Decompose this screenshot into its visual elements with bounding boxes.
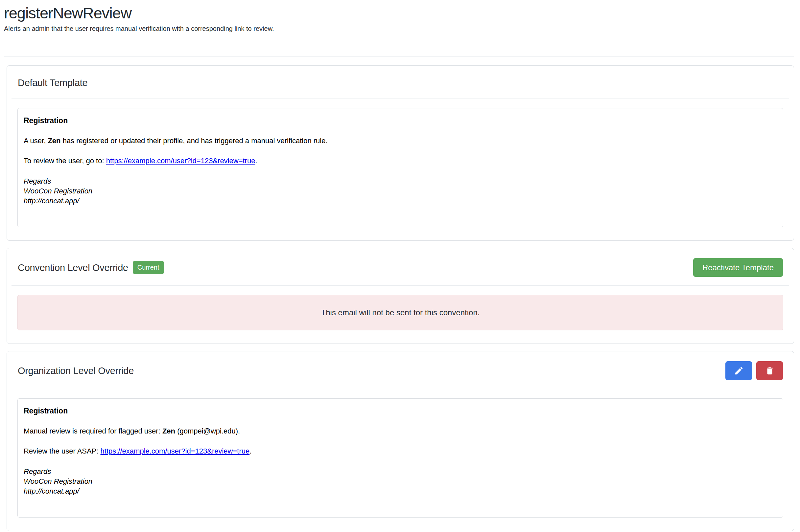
organization-override-body: Registration Manual review is required f… <box>7 389 794 531</box>
section-title-text: Convention Level Override <box>18 261 128 275</box>
default-email-preview: Registration A user, Zen has registered … <box>17 108 783 227</box>
text-segment: (gompei@wpi.edu). <box>175 427 240 435</box>
user-name: Zen <box>48 137 60 145</box>
user-name: Zen <box>162 427 175 435</box>
convention-override-body: This email will not be sent for this con… <box>7 286 794 343</box>
convention-override-header: Convention Level Override Current Reacti… <box>12 248 789 286</box>
organization-override-title: Organization Level Override <box>18 363 134 378</box>
default-template-card: Default Template Registration A user, Ze… <box>6 65 794 241</box>
text-segment: Manual review is required for flagged us… <box>24 427 162 435</box>
text-segment: Review the user ASAP: <box>24 447 101 455</box>
signature-line: Regards <box>24 467 777 476</box>
not-sent-alert: This email will not be sent for this con… <box>17 295 783 330</box>
signature-line: Regards <box>24 176 777 186</box>
page-subtitle: Alerts an admin that the user requires m… <box>4 24 794 33</box>
email-heading: Registration <box>24 116 777 125</box>
trash-icon <box>765 366 775 376</box>
text-segment: . <box>255 157 257 165</box>
organization-email-preview: Registration Manual review is required f… <box>17 398 783 517</box>
pencil-icon <box>734 366 744 376</box>
text-segment: A user, <box>24 137 48 145</box>
signature-line: http://concat.app/ <box>24 486 777 496</box>
organization-override-header: Organization Level Override <box>12 352 789 389</box>
email-signature: Regards WooCon Registration http://conca… <box>24 467 777 496</box>
convention-override-card: Convention Level Override Current Reacti… <box>6 248 794 344</box>
default-template-body: Registration A user, Zen has registered … <box>7 99 794 241</box>
email-heading: Registration <box>24 406 777 415</box>
delete-button[interactable] <box>756 361 783 380</box>
review-link[interactable]: https://example.com/user?id=123&review=t… <box>101 447 250 455</box>
review-link[interactable]: https://example.com/user?id=123&review=t… <box>106 157 255 165</box>
edit-button[interactable] <box>725 361 752 380</box>
text-segment: has registered or updated their profile,… <box>61 137 328 145</box>
signature-line: http://concat.app/ <box>24 196 777 206</box>
page: registerNewReview Alerts an admin that t… <box>0 0 800 532</box>
email-paragraph: Review the user ASAP: https://example.co… <box>24 446 777 455</box>
convention-override-title: Convention Level Override Current <box>18 261 164 275</box>
override-actions <box>725 361 783 380</box>
text-segment: . <box>250 447 251 455</box>
signature-line: WooCon Registration <box>24 186 777 196</box>
current-badge: Current <box>133 261 164 274</box>
organization-override-card: Organization Level Override Registration… <box>6 351 794 531</box>
email-signature: Regards WooCon Registration http://conca… <box>24 176 777 206</box>
page-title: registerNewReview <box>4 3 794 23</box>
email-paragraph: Manual review is required for flagged us… <box>24 426 777 435</box>
email-paragraph: To review the user, go to: https://examp… <box>24 156 777 165</box>
text-segment: To review the user, go to: <box>24 157 106 165</box>
email-paragraph: A user, Zen has registered or updated th… <box>24 136 777 145</box>
default-template-title: Default Template <box>18 76 783 90</box>
reactivate-template-button[interactable]: Reactivate Template <box>693 258 783 277</box>
signature-line: WooCon Registration <box>24 476 777 486</box>
header-divider <box>4 56 794 57</box>
default-template-header: Default Template <box>12 66 789 99</box>
